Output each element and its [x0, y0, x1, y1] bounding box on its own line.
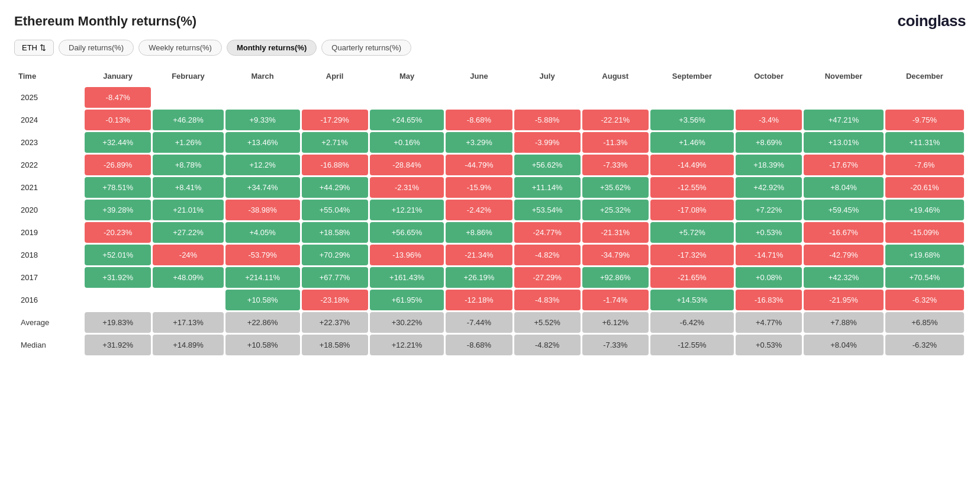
return-cell: +18.39%	[736, 155, 802, 175]
year-cell: 2024	[16, 110, 83, 130]
return-cell: -15.09%	[885, 222, 964, 243]
return-cell: -2.42%	[446, 200, 512, 220]
return-cell: -17.32%	[650, 245, 734, 265]
median-cell: -12.55%	[650, 335, 734, 355]
return-cell: +47.21%	[804, 110, 883, 130]
tab-monthly[interactable]: Monthly returns(%)	[227, 40, 317, 56]
return-cell: -4.83%	[514, 290, 581, 310]
tab-weekly[interactable]: Weekly returns(%)	[138, 40, 222, 56]
return-cell: -21.31%	[582, 222, 649, 243]
average-cell: -7.44%	[446, 312, 512, 333]
col-header-apr: April	[302, 67, 368, 85]
col-header-may: May	[370, 67, 444, 85]
average-cell: +7.88%	[804, 312, 883, 333]
year-cell: 2022	[16, 155, 83, 175]
return-cell: -20.61%	[885, 177, 964, 198]
return-cell: +3.29%	[446, 132, 512, 153]
return-cell: -17.29%	[302, 110, 368, 130]
year-cell: 2018	[16, 245, 83, 265]
tab-quarterly[interactable]: Quarterly returns(%)	[321, 40, 411, 56]
average-label: Average	[16, 312, 83, 333]
median-cell: +8.04%	[804, 335, 883, 355]
return-cell: +67.77%	[302, 267, 368, 288]
tab-daily[interactable]: Daily returns(%)	[59, 40, 134, 56]
col-header-feb: February	[153, 67, 224, 85]
year-cell: 2019	[16, 222, 83, 243]
return-cell	[85, 290, 151, 310]
return-cell: -8.68%	[446, 110, 512, 130]
table-row: 2018+52.01%-24%-53.79%+70.29%-13.96%-21.…	[16, 245, 964, 265]
return-cell: +2.71%	[302, 132, 368, 153]
return-cell: -17.08%	[650, 200, 734, 220]
return-cell	[514, 87, 581, 108]
return-cell: +32.44%	[85, 132, 151, 153]
return-cell: +19.46%	[885, 200, 964, 220]
return-cell: +70.29%	[302, 245, 368, 265]
return-cell: +42.92%	[736, 177, 802, 198]
return-cell: -0.13%	[85, 110, 151, 130]
table-row: 2021+78.51%+8.41%+34.74%+44.29%-2.31%-15…	[16, 177, 964, 198]
median-cell: +18.58%	[302, 335, 368, 355]
col-header-mar: March	[225, 67, 300, 85]
table-row: 2024-0.13%+46.28%+9.33%-17.29%+24.65%-8.…	[16, 110, 964, 130]
average-cell: -6.42%	[650, 312, 734, 333]
return-cell: -3.4%	[736, 110, 802, 130]
return-cell: -21.65%	[650, 267, 734, 288]
col-header-dec: December	[885, 67, 964, 85]
return-cell	[582, 87, 649, 108]
return-cell: -34.79%	[582, 245, 649, 265]
return-cell: -24%	[153, 245, 224, 265]
year-cell: 2023	[16, 132, 83, 153]
return-cell: +18.58%	[302, 222, 368, 243]
col-header-oct: October	[736, 67, 802, 85]
return-cell: +12.2%	[225, 155, 300, 175]
year-cell: 2021	[16, 177, 83, 198]
return-cell: -44.79%	[446, 155, 512, 175]
return-cell: +3.56%	[650, 110, 734, 130]
page-title: Ethereum Monthly returns(%)	[14, 14, 196, 29]
return-cell: -3.99%	[514, 132, 581, 153]
average-cell: +22.37%	[302, 312, 368, 333]
average-cell: +19.83%	[85, 312, 151, 333]
return-cell: +161.43%	[370, 267, 444, 288]
return-cell: +46.28%	[153, 110, 224, 130]
return-cell: +44.29%	[302, 177, 368, 198]
asset-select[interactable]: ETH ⇅	[14, 40, 54, 56]
return-cell: -22.21%	[582, 110, 649, 130]
return-cell: +34.74%	[225, 177, 300, 198]
return-cell: +0.08%	[736, 267, 802, 288]
return-cell: -7.33%	[582, 155, 649, 175]
col-header-time: Time	[16, 67, 83, 85]
return-cell	[446, 87, 512, 108]
return-cell: +13.01%	[804, 132, 883, 153]
median-cell: +10.58%	[225, 335, 300, 355]
return-cell: +4.05%	[225, 222, 300, 243]
return-cell: -9.75%	[885, 110, 964, 130]
median-cell: +0.53%	[736, 335, 802, 355]
col-header-nov: November	[804, 67, 883, 85]
return-cell: +9.33%	[225, 110, 300, 130]
return-cell: +0.16%	[370, 132, 444, 153]
median-row: Median+31.92%+14.89%+10.58%+18.58%+12.21…	[16, 335, 964, 355]
return-cell: -13.96%	[370, 245, 444, 265]
table-row: 2023+32.44%+1.26%+13.46%+2.71%+0.16%+3.2…	[16, 132, 964, 153]
return-cell: +48.09%	[153, 267, 224, 288]
median-cell: +12.21%	[370, 335, 444, 355]
col-header-sep: September	[650, 67, 734, 85]
return-cell: +8.86%	[446, 222, 512, 243]
year-cell: 2020	[16, 200, 83, 220]
return-cell: -21.95%	[804, 290, 883, 310]
return-cell: +11.14%	[514, 177, 581, 198]
table-row: 2025-8.47%	[16, 87, 964, 108]
table-row: 2019-20.23%+27.22%+4.05%+18.58%+56.65%+8…	[16, 222, 964, 243]
return-cell: +27.22%	[153, 222, 224, 243]
return-cell: +8.04%	[804, 177, 883, 198]
return-cell	[736, 87, 802, 108]
average-row: Average+19.83%+17.13%+22.86%+22.37%+30.2…	[16, 312, 964, 333]
return-cell: +24.65%	[370, 110, 444, 130]
median-cell: -6.32%	[885, 335, 964, 355]
col-header-jan: January	[85, 67, 151, 85]
median-cell: +14.89%	[153, 335, 224, 355]
median-cell: -4.82%	[514, 335, 581, 355]
return-cell: +31.92%	[85, 267, 151, 288]
